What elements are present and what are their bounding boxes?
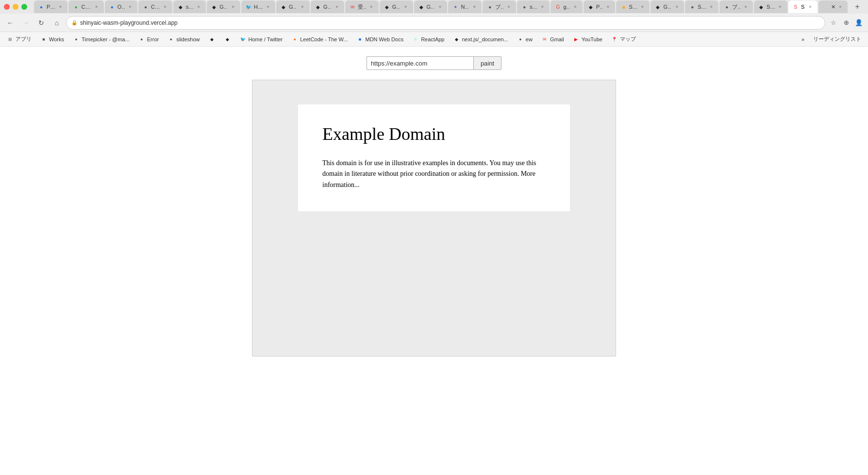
profile-icon[interactable]: 👤 <box>853 17 864 28</box>
tab-tab-shin3[interactable]: ■ Shin × <box>616 0 650 13</box>
tab-label: Shin <box>698 4 706 10</box>
tab-tab-mail[interactable]: ✉ 受信 × <box>345 0 379 13</box>
tab-close-icon[interactable]: × <box>195 3 202 10</box>
tab-tab-bla2[interactable]: ● ブラ × <box>719 0 753 13</box>
tab-tab-git2[interactable]: ◆ GitH × <box>276 0 310 13</box>
tab-close-icon[interactable]: × <box>299 3 306 10</box>
tab-tab-bla1[interactable]: ● ブラ × <box>483 0 516 13</box>
tab-favicon: ✉ <box>349 3 356 10</box>
tab-tab-git1[interactable]: ◆ GitH × <box>207 0 240 13</box>
tab-close-icon[interactable]: × <box>505 3 512 10</box>
bookmark-item[interactable]: ◆ <box>220 34 235 44</box>
bookmark-item[interactable]: ● Timepicker - @ma... <box>69 34 134 44</box>
tab-tab-css[interactable]: ● CSS! × <box>68 0 103 13</box>
tab-close-icon[interactable]: × <box>572 3 579 10</box>
tab-close-icon[interactable]: × <box>127 3 134 10</box>
tab-close-icon[interactable]: × <box>639 3 646 10</box>
page-url-input[interactable] <box>367 56 473 70</box>
tab-tab-pull[interactable]: ◆ Pull × <box>584 0 616 13</box>
paint-button[interactable]: paint <box>473 56 501 70</box>
bookmark-item[interactable]: ● Error <box>134 34 163 44</box>
back-button[interactable]: ← <box>4 17 17 29</box>
tab-close-icon[interactable]: × <box>673 3 680 10</box>
bookmark-item[interactable]: ■ MDN Web Docs <box>352 34 407 44</box>
tab-label: GitH <box>323 4 332 10</box>
tab-tab-shin1[interactable]: ◆ shin × <box>173 0 206 13</box>
tab-favicon: ● <box>723 3 730 10</box>
bookmarks-more-button[interactable]: » <box>798 35 808 44</box>
url-bar[interactable]: 🔒 shinyaic-wasm-playground.vercel.app <box>66 16 825 30</box>
tab-close-icon[interactable]: × <box>837 3 844 10</box>
tab-label: shin <box>186 4 193 10</box>
bookmark-favicon: ● <box>291 36 298 43</box>
maximize-button[interactable] <box>21 4 27 10</box>
tab-close-icon[interactable]: × <box>402 3 409 10</box>
tab-close-icon[interactable]: × <box>604 3 611 10</box>
home-button[interactable]: ⌂ <box>50 17 63 29</box>
bookmark-item[interactable]: ◆ next.js/_documen... <box>449 34 512 44</box>
tab-favicon: ● <box>689 3 696 10</box>
bookmark-label: Error <box>147 36 159 42</box>
bookmark-favicon: ● <box>73 36 80 43</box>
bookmark-item[interactable]: 📍 マップ <box>607 34 640 44</box>
tab-close-icon[interactable]: × <box>162 3 168 10</box>
tab-close-icon[interactable]: × <box>777 3 784 10</box>
tab-close-icon[interactable]: × <box>93 3 100 10</box>
tab-tab-x[interactable]: ✕ × <box>818 0 848 13</box>
tab-label: Shin <box>767 4 775 10</box>
tab-close-icon[interactable]: × <box>807 3 814 10</box>
tab-tab-git6[interactable]: ◆ GitH × <box>651 0 684 13</box>
tab-close-icon[interactable]: × <box>265 3 271 10</box>
tab-tab-parc[interactable]: ● Parc × <box>34 0 67 13</box>
bookmark-star-icon[interactable]: ☆ <box>828 17 839 28</box>
tab-label: GitH <box>289 4 297 10</box>
reading-list-button[interactable]: リーディングリスト <box>809 34 865 44</box>
tab-close-icon[interactable]: × <box>436 3 443 10</box>
bookmark-item[interactable]: ⚛ ReactApp <box>408 34 448 44</box>
tab-tab-conf[interactable]: ● Conf × <box>138 0 172 13</box>
bookmark-label: YouTube <box>582 36 602 42</box>
minimize-button[interactable] <box>13 4 18 10</box>
tab-tab-shin5[interactable]: ◆ Shin × <box>754 0 787 13</box>
tab-close-icon[interactable]: × <box>708 3 715 10</box>
bookmark-item[interactable]: 🐦 Home / Twitter <box>236 34 287 44</box>
bookmark-item[interactable]: ● ew <box>513 34 536 44</box>
bookmark-label: マップ <box>620 35 636 43</box>
tab-favicon: ◆ <box>384 3 390 10</box>
forward-button[interactable]: → <box>19 17 32 29</box>
tab-tab-goo[interactable]: G goo × <box>551 0 583 13</box>
bookmark-item[interactable]: ◆ <box>205 34 219 44</box>
bookmark-label: Home / Twitter <box>249 36 283 42</box>
tab-close-icon[interactable]: × <box>539 3 546 10</box>
bookmark-item[interactable]: ● slideshow <box>164 34 203 44</box>
reload-button[interactable]: ↻ <box>35 17 48 29</box>
tab-close-icon[interactable]: × <box>334 3 340 10</box>
tab-tab-opti[interactable]: ● Opti × <box>105 0 137 13</box>
bookmark-item[interactable]: ● LeetCode - The W... <box>287 34 351 44</box>
tab-favicon: ◆ <box>654 3 661 10</box>
bookmark-item[interactable]: ■ Works <box>36 34 68 44</box>
new-tab-button[interactable]: + <box>851 0 864 13</box>
bookmark-item[interactable]: ✉ Gmail <box>537 34 568 44</box>
tab-tab-s[interactable]: S S × <box>788 0 818 13</box>
tab-tab-home[interactable]: 🐦 Hom × <box>241 0 275 13</box>
tab-close-icon[interactable]: × <box>368 3 375 10</box>
bookmark-item[interactable]: ⊞ アプリ <box>3 34 35 44</box>
bookmark-favicon: ⚛ <box>412 36 419 43</box>
extensions-icon[interactable]: ⊕ <box>841 17 851 28</box>
tab-tab-git4[interactable]: ◆ GitH × <box>380 0 413 13</box>
close-button[interactable] <box>4 4 10 10</box>
tab-label: New <box>461 4 469 10</box>
tab-close-icon[interactable]: × <box>742 3 749 10</box>
tab-close-icon[interactable]: × <box>230 3 236 10</box>
tab-tab-new[interactable]: ✦ New × <box>448 0 482 13</box>
tab-label: ✕ <box>831 4 835 10</box>
tab-tab-shin4[interactable]: ● Shin × <box>685 0 718 13</box>
tab-tab-shin2[interactable]: ● shin × <box>517 0 550 13</box>
tab-close-icon[interactable]: × <box>471 3 478 10</box>
tab-close-icon[interactable]: × <box>57 3 64 10</box>
tab-tab-git3[interactable]: ◆ GitH × <box>311 0 344 13</box>
tab-tab-git5[interactable]: ◆ GitH × <box>414 0 448 13</box>
bookmark-item[interactable]: ▶ YouTube <box>569 34 606 44</box>
tab-favicon: ◆ <box>418 3 425 10</box>
